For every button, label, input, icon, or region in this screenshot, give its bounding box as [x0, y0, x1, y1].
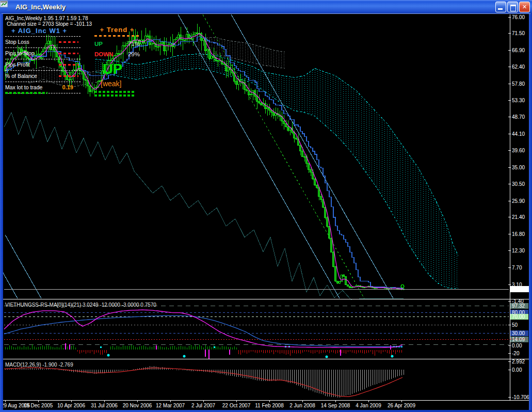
application-window: 76.0071.5066.9062.4057.8053.3048.7044.10… — [0, 0, 532, 412]
svg-text:57.80: 57.80 — [512, 81, 525, 87]
maximize-icon — [510, 5, 516, 11]
svg-text:31 Jul 2006: 31 Jul 2006 — [91, 403, 118, 408]
svg-text:2 Jun 2008: 2 Jun 2008 — [289, 403, 315, 408]
svg-text:-20: -20 — [512, 351, 520, 356]
svg-text:97.32: 97.32 — [512, 303, 525, 309]
svg-text:44.10: 44.10 — [512, 131, 525, 137]
row-label: % of Balance — [5, 73, 37, 79]
trade-panel-title: + AIG_Inc W1 + — [11, 27, 67, 35]
trade-row-pct-balance: % of Balance — [5, 71, 80, 82]
max-lot-value: 0.19 — [62, 84, 73, 90]
svg-text:30.00: 30.00 — [512, 330, 525, 336]
svg-text:35.00: 35.00 — [512, 165, 525, 170]
svg-text:20 Nov 2006: 20 Nov 2006 — [123, 403, 152, 408]
row-label: Pips Profit — [5, 61, 30, 68]
green-dash-marker — [94, 94, 135, 97]
trend-up-label: UP — [94, 41, 103, 47]
window-border-bottom — [0, 410, 532, 412]
macd-title: MACD(12,26,9) -1.900 -2.769 — [5, 362, 73, 368]
svg-text:19 Dec 2005: 19 Dec 2005 — [24, 403, 53, 408]
maximize-button[interactable] — [507, 2, 518, 12]
svg-text:66.90: 66.90 — [512, 47, 525, 53]
app-icon — [4, 3, 12, 11]
svg-text:16.80: 16.80 — [512, 231, 525, 237]
svg-text:0.00: 0.00 — [512, 367, 522, 373]
trade-row-pips-to-stop: Pips to Stop — [5, 48, 80, 59]
minimize-icon — [498, 8, 503, 10]
symbol-ohlc-readout: AIG_Inc,Weekly 1.95 1.97 1.59 1.78 — [5, 15, 88, 21]
trend-up-row: UP 71% — [94, 41, 140, 47]
svg-text:10 Apr 2006: 10 Apr 2006 — [57, 403, 85, 408]
svg-text:2 Jul 2007: 2 Jul 2007 — [191, 403, 216, 408]
svg-text:1.78: 1.78 — [512, 287, 522, 292]
svg-text:4 Jan 2009: 4 Jan 2009 — [356, 403, 381, 408]
svg-text:12 Mar 2007: 12 Mar 2007 — [156, 403, 185, 408]
panel-splitter-1[interactable] — [3, 298, 529, 300]
green-dash-marker — [5, 92, 47, 94]
value-dash-indicator — [59, 64, 78, 66]
trend-up-value: 71% — [128, 41, 140, 47]
svg-text:21.40: 21.40 — [512, 214, 525, 220]
trend-strength: [weak] — [101, 80, 140, 88]
panel-splitter-3[interactable] — [3, 399, 529, 402]
svg-text:70.00: 70.00 — [512, 314, 525, 320]
svg-text:11 Feb 2008: 11 Feb 2008 — [255, 403, 284, 408]
window-border-right — [529, 13, 532, 410]
window-border-left — [0, 13, 3, 410]
trend-underline — [94, 35, 140, 37]
trend-title: + Trend + — [94, 26, 140, 34]
svg-text:50: 50 — [512, 322, 518, 328]
title-bar[interactable]: AIG_Inc,Weekly ✕ — [0, 0, 532, 13]
svg-text:71.50: 71.50 — [512, 30, 525, 36]
svg-text:0.00: 0.00 — [512, 343, 522, 348]
svg-text:62.40: 62.40 — [512, 64, 525, 70]
trade-row-stop-loss: Stop Loss — [5, 37, 80, 48]
minimize-button[interactable] — [495, 2, 506, 12]
value-dash-indicator — [59, 75, 78, 77]
trend-panel: + Trend + UP 71% DOWN 29% UP [weak] — [94, 26, 140, 97]
trend-down-row: DOWN 29% — [94, 51, 140, 57]
trend-down-value: 29% — [128, 51, 140, 57]
svg-text:12.30: 12.30 — [512, 248, 525, 253]
trade-row-pips-profit: Pips Profit — [5, 59, 80, 71]
svg-text:14.09: 14.09 — [512, 337, 525, 342]
client-top-edge — [2, 13, 530, 14]
svg-text:53.30: 53.30 — [512, 98, 525, 103]
svg-text:7.70: 7.70 — [512, 265, 522, 271]
green-dash-marker — [94, 91, 135, 93]
svg-text:76.00: 76.00 — [512, 14, 525, 20]
svg-text:26 Apr 2009: 26 Apr 2009 — [388, 403, 415, 408]
row-label: Pips to Stop — [5, 50, 35, 56]
svg-text:25.90: 25.90 — [512, 198, 525, 204]
svg-text:14 Sep 2008: 14 Sep 2008 — [321, 403, 350, 408]
panel-splitter-2[interactable] — [3, 358, 529, 360]
close-icon: ✕ — [522, 4, 527, 10]
trend-signal: UP — [103, 61, 140, 77]
channel-info: Channel size = 2703 Slope = -101.13 — [7, 21, 92, 27]
row-label: Max lot to trade — [5, 84, 42, 90]
close-button[interactable]: ✕ — [519, 2, 530, 12]
svg-text:48.70: 48.70 — [512, 114, 525, 120]
svg-text:39.60: 39.60 — [512, 148, 525, 153]
window-title: AIG_Inc,Weekly — [15, 3, 66, 11]
row-label: Stop Loss — [5, 39, 29, 45]
trade-panel: Stop Loss Pips to Stop Pips Profit % of … — [5, 36, 80, 93]
svg-text:30.50: 30.50 — [512, 181, 525, 187]
value-dash-indicator — [59, 53, 78, 54]
oscillator-title: VIETHUNGSS-RS-MA[0](14)(21) 3.0249 -12.0… — [5, 302, 156, 308]
svg-text:22 Oct 2007: 22 Oct 2007 — [222, 403, 251, 408]
value-dash-indicator — [59, 41, 78, 43]
trend-down-label: DOWN — [94, 51, 113, 57]
